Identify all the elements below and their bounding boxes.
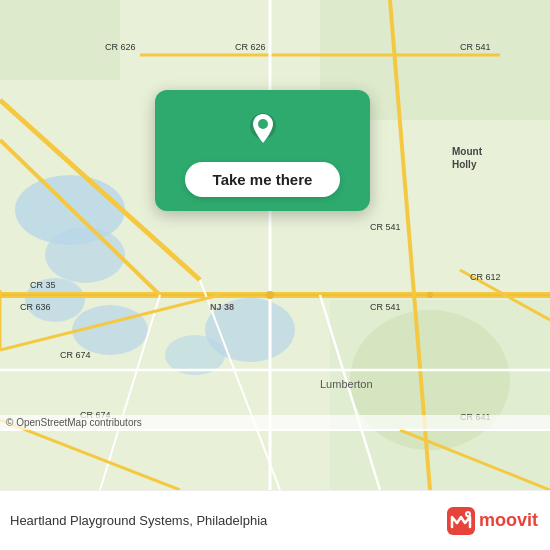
svg-text:NJ 38: NJ 38 [210,302,234,312]
location-title: Heartland Playground Systems, Philadelph… [10,513,267,528]
svg-text:Mount: Mount [452,146,483,157]
svg-point-45 [427,292,433,298]
svg-text:CR 674: CR 674 [60,350,91,360]
moovit-icon [447,507,475,535]
svg-rect-8 [0,0,120,80]
pin-icon [241,108,285,152]
svg-text:CR 541: CR 541 [370,302,401,312]
svg-text:CR 626: CR 626 [235,42,266,52]
svg-text:CR 636: CR 636 [20,302,51,312]
location-card: Take me there [155,90,370,211]
svg-text:CR 541: CR 541 [460,42,491,52]
svg-text:CR 35: CR 35 [30,280,56,290]
svg-point-47 [258,119,268,129]
svg-point-2 [45,227,125,283]
svg-text:Holly: Holly [452,159,477,170]
svg-text:CR 612: CR 612 [470,272,501,282]
svg-text:Lumberton: Lumberton [320,378,373,390]
bottom-bar: Heartland Playground Systems, Philadelph… [0,490,550,550]
map-attribution: © OpenStreetMap contributors [0,415,550,430]
svg-point-50 [467,513,469,515]
moovit-logo: moovit [447,507,538,535]
take-me-there-button[interactable]: Take me there [185,162,341,197]
svg-text:CR 626: CR 626 [105,42,136,52]
map-container: CR 35 CR 626 CR 626 CR 541 CR 541 CR 541… [0,0,550,490]
svg-point-44 [266,291,274,299]
moovit-text: moovit [479,510,538,531]
svg-text:CR 541: CR 541 [370,222,401,232]
